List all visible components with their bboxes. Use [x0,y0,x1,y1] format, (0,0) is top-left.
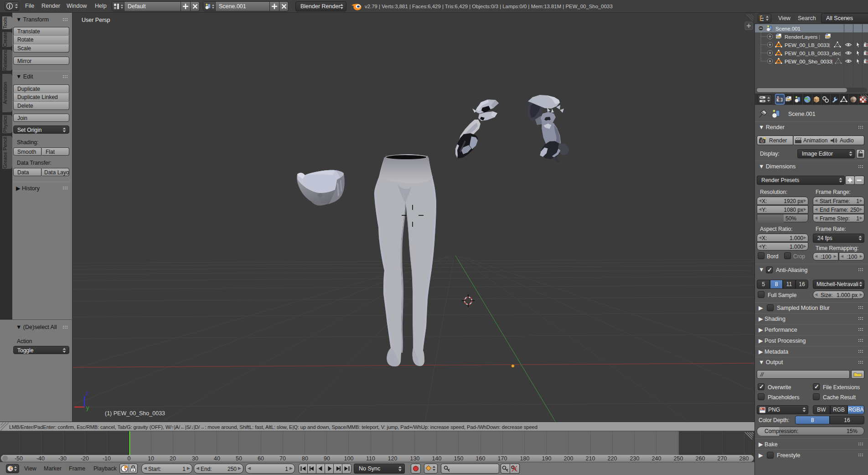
svg-text:User Persp: User Persp [82,17,110,23]
svg-text:270: 270 [718,455,727,462]
svg-text:|: | [829,42,830,48]
svg-text:230: 230 [630,455,640,462]
svg-text:80: 80 [302,455,308,462]
svg-text:|: | [819,34,820,40]
svg-text:30: 30 [192,455,198,462]
svg-text:|: | [832,59,833,64]
svg-text:240: 240 [652,455,661,462]
svg-text:140: 140 [432,455,442,462]
svg-text:70: 70 [279,455,286,462]
svg-text:RenderLayers: RenderLayers [785,34,817,40]
svg-text:100: 100 [344,455,354,462]
svg-text:90: 90 [324,455,330,462]
svg-text:260: 260 [696,455,705,462]
svg-text:250: 250 [674,455,683,462]
svg-text:170: 170 [498,455,507,462]
svg-text:120: 120 [388,455,398,462]
svg-text:180: 180 [520,455,530,462]
svg-text:z: z [86,390,89,397]
svg-text:130: 130 [410,455,420,462]
svg-text:110: 110 [366,455,375,462]
svg-text:PEW_00_Sho_0033: PEW_00_Sho_0033 [785,59,832,64]
svg-text:-30: -30 [58,455,67,462]
svg-text:190: 190 [542,455,552,462]
svg-text:20: 20 [170,455,176,462]
svg-text:150: 150 [454,455,464,462]
svg-text:Scene.001: Scene.001 [775,26,801,31]
svg-text:-40: -40 [36,455,45,462]
svg-text:(1) PEW_00_Sho_0033: (1) PEW_00_Sho_0033 [105,410,165,417]
svg-text:200: 200 [564,455,574,462]
svg-text:|: | [840,51,841,56]
svg-text:-50: -50 [15,455,23,462]
svg-text:-10: -10 [103,455,111,462]
svg-text:280: 280 [739,455,749,462]
svg-text:y: y [86,404,89,411]
svg-text:210: 210 [586,455,595,462]
svg-text:10: 10 [148,455,154,462]
svg-text:220: 220 [608,455,617,462]
svg-text:50: 50 [236,455,242,462]
svg-text:40: 40 [214,455,220,462]
svg-text:PEW_00_LB_0033_dec: PEW_00_LB_0033_dec [785,51,841,56]
svg-text:-20: -20 [81,455,89,462]
svg-text:60: 60 [258,455,264,462]
svg-text:PEW_00_LB_0033: PEW_00_LB_0033 [785,42,829,48]
svg-text:160: 160 [476,455,486,462]
svg-text:0: 0 [128,455,131,462]
